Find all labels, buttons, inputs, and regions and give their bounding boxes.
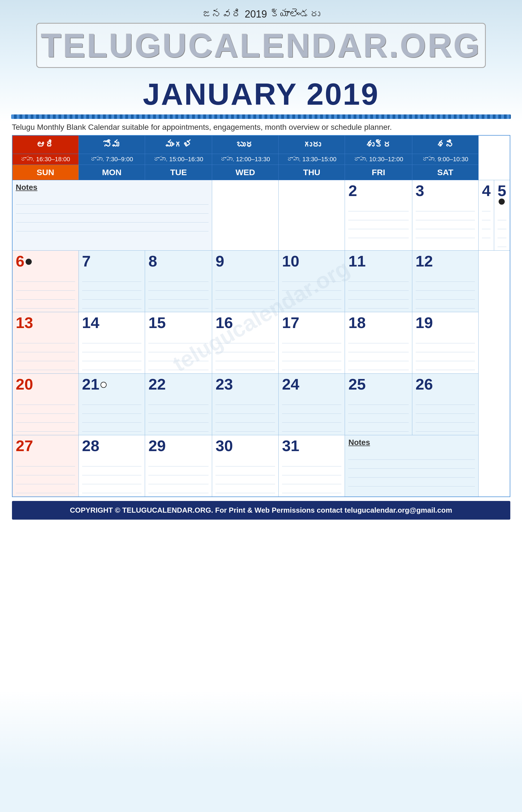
page: జనవరి 2019 క్యాలెండరు TELUGUCALENDAR.ORG…	[0, 0, 522, 812]
rahu-fri: రాహు. 10:30–12:00	[345, 154, 412, 165]
day-number: 16	[216, 315, 275, 331]
eng-mon: MON	[79, 165, 145, 180]
day-cell: 5	[494, 180, 510, 251]
footer-text: COPYRIGHT © TELUGUCALENDAR.ORG. For Prin…	[70, 506, 452, 514]
rahu-tue: రాహు. 15:00–16:30	[145, 154, 212, 165]
day-cell: 12	[412, 251, 479, 312]
full-moon-icon	[499, 199, 505, 205]
month-title: JANUARY 2019	[143, 76, 379, 112]
day-cell: 28	[79, 435, 145, 497]
day-number: 27	[16, 438, 75, 454]
day-number: 23	[216, 376, 275, 392]
calendar-week-2: 6789101112	[12, 251, 510, 312]
subtitle: Telugu Monthly Blank Calendar suitable f…	[12, 123, 510, 132]
day-number: 15	[148, 315, 208, 331]
rahu-thu: రాహు. 13:30–15:00	[278, 154, 345, 165]
day-number: 4	[482, 183, 490, 199]
day-cell: 31	[278, 435, 345, 497]
day-number: 24	[282, 376, 342, 392]
calendar-week-1: Notes2345	[12, 180, 510, 251]
day-number: 25	[348, 376, 408, 392]
day-cell: 3	[412, 180, 479, 251]
day-cell: 20	[12, 374, 79, 435]
day-cell: 9	[212, 251, 279, 312]
day-cell: 13	[12, 312, 79, 374]
footer: COPYRIGHT © TELUGUCALENDAR.ORG. For Prin…	[12, 501, 510, 520]
telugu-title: జనవరి 2019 క్యాలెండరు	[202, 8, 320, 20]
col-header-thu: గురు	[278, 135, 345, 154]
day-cell: 7	[79, 251, 145, 312]
day-cell: 17	[278, 312, 345, 374]
col-header-sun: ఆది	[12, 135, 79, 154]
rahu-mon: రాహు. 7:30–9:00	[79, 154, 145, 165]
col-header-sat: శని	[412, 135, 479, 154]
notes-label-bottom: Notes	[348, 438, 475, 447]
calendar-wrapper: telugucalendar.org ఆది సోమ మంగళ బుధ గురు…	[12, 135, 510, 497]
day-cell: Notes	[345, 435, 479, 497]
day-number: 28	[82, 438, 142, 454]
day-cell: 18	[345, 312, 412, 374]
day-number: 5	[498, 183, 506, 207]
day-cell: 30	[212, 435, 279, 497]
day-cell: 15	[145, 312, 212, 374]
day-number: 20	[16, 376, 75, 392]
logo-text: TELUGUCALENDAR.ORG	[40, 29, 482, 62]
decorative-border	[11, 115, 511, 119]
day-number: 13	[16, 315, 75, 331]
day-number: 10	[282, 253, 342, 269]
day-number: 17	[282, 315, 342, 331]
header-row-english: SUN MON TUE WED THU FRI SAT	[12, 165, 510, 180]
day-number: 9	[216, 253, 275, 269]
day-cell: 4	[479, 180, 494, 251]
day-number: 19	[416, 315, 475, 331]
day-number: 2	[348, 183, 408, 199]
col-header-wed: బుధ	[212, 135, 279, 154]
eng-wed: WED	[212, 165, 279, 180]
col-header-tue: మంగళ	[145, 135, 212, 154]
day-number: 31	[282, 438, 342, 454]
day-cell	[212, 180, 279, 251]
day-cell: 10	[278, 251, 345, 312]
calendar-week-4: 20212223242526	[12, 374, 510, 435]
eng-tue: TUE	[145, 165, 212, 180]
day-cell: 23	[212, 374, 279, 435]
day-number: 3	[416, 183, 475, 199]
day-number: 11	[348, 253, 408, 269]
day-number: 26	[416, 376, 475, 392]
day-cell: 2	[345, 180, 412, 251]
day-cell: 8	[145, 251, 212, 312]
day-cell: 6	[12, 251, 79, 312]
day-number: 21	[82, 376, 142, 392]
eng-sun: SUN	[12, 165, 79, 180]
day-number: 14	[82, 315, 142, 331]
day-cell	[278, 180, 345, 251]
day-number: 22	[148, 376, 208, 392]
notes-label-top: Notes	[16, 183, 209, 192]
header-row-rahu: రాహు. 16:30–18:00 రాహు. 7:30–9:00 రాహు. …	[12, 154, 510, 165]
header-row-telugu: ఆది సోమ మంగళ బుధ గురు శుక్ర శని	[12, 135, 510, 154]
day-cell: 29	[145, 435, 212, 497]
rahu-wed: రాహు. 12:00–13:30	[212, 154, 279, 165]
new-moon-icon	[101, 382, 107, 388]
eng-thu: THU	[278, 165, 345, 180]
day-number: 8	[148, 253, 208, 269]
day-number: 6	[16, 253, 75, 269]
calendar-week-5: 2728293031Notes	[12, 435, 510, 497]
col-header-fri: శుక్ర	[345, 135, 412, 154]
day-number: 30	[216, 438, 275, 454]
day-cell: 21	[79, 374, 145, 435]
day-cell: 22	[145, 374, 212, 435]
calendar-body: telugucalendar.org ఆది సోమ మంగళ బుధ గురు…	[12, 135, 510, 497]
eng-fri: FRI	[345, 165, 412, 180]
day-cell: 24	[278, 374, 345, 435]
day-number: 18	[348, 315, 408, 331]
day-cell: 11	[345, 251, 412, 312]
full-moon-icon	[26, 259, 32, 265]
rahu-sun: రాహు. 16:30–18:00	[12, 154, 79, 165]
day-cell: Notes	[12, 180, 212, 251]
day-cell: 27	[12, 435, 79, 497]
col-header-mon: సోమ	[79, 135, 145, 154]
rahu-sat: రాహు. 9:00–10:30	[412, 154, 479, 165]
day-number: 7	[82, 253, 142, 269]
day-cell: 25	[345, 374, 412, 435]
